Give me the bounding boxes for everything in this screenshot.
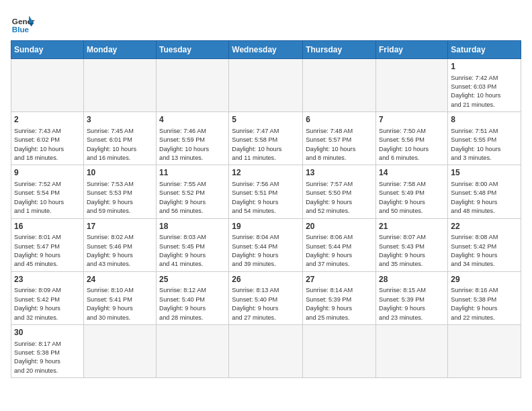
calendar-cell: 11Sunrise: 7:55 AM Sunset: 5:52 PM Dayli… [157,165,229,218]
day-info: Sunrise: 8:03 AM Sunset: 5:45 PM Dayligh… [159,233,226,269]
day-number: 29 [451,274,518,285]
day-number: 23 [14,274,81,285]
calendar-cell: 7Sunrise: 7:50 AM Sunset: 5:56 PM Daylig… [376,112,448,165]
calendar-row-6: 30Sunrise: 8:17 AM Sunset: 5:38 PM Dayli… [11,324,521,377]
calendar-row-2: 2Sunrise: 7:43 AM Sunset: 6:02 PM Daylig… [11,112,521,165]
day-info: Sunrise: 8:17 AM Sunset: 5:38 PM Dayligh… [14,340,81,375]
day-info: Sunrise: 7:46 AM Sunset: 5:59 PM Dayligh… [159,127,226,163]
day-number: 7 [379,114,445,126]
calendar-cell: 12Sunrise: 7:56 AM Sunset: 5:51 PM Dayli… [229,165,303,218]
calendar-cell: 22Sunrise: 8:08 AM Sunset: 5:42 PM Dayli… [448,218,521,271]
logo-icon: General Blue [11,11,35,35]
day-number: 24 [87,274,153,285]
day-number: 8 [451,114,518,126]
day-number: 15 [451,167,518,179]
page-header: General Blue [11,11,521,35]
day-number: 6 [306,114,373,126]
day-number: 17 [87,221,153,232]
calendar-cell [83,59,156,112]
calendar-cell: 18Sunrise: 8:03 AM Sunset: 5:45 PM Dayli… [157,218,229,271]
calendar-cell [376,59,448,112]
weekday-header-tuesday: Tuesday [157,41,229,59]
calendar-cell: 15Sunrise: 8:00 AM Sunset: 5:48 PM Dayli… [448,165,521,218]
calendar-cell: 30Sunrise: 8:17 AM Sunset: 5:38 PM Dayli… [11,324,84,377]
day-info: Sunrise: 7:47 AM Sunset: 5:58 PM Dayligh… [232,127,300,163]
calendar-cell: 20Sunrise: 8:06 AM Sunset: 5:44 PM Dayli… [303,218,376,271]
day-number: 13 [306,167,373,179]
day-info: Sunrise: 8:09 AM Sunset: 5:42 PM Dayligh… [14,286,81,322]
day-number: 9 [14,167,81,179]
calendar-cell: 24Sunrise: 8:10 AM Sunset: 5:41 PM Dayli… [83,271,156,324]
calendar-row-5: 23Sunrise: 8:09 AM Sunset: 5:42 PM Dayli… [11,271,521,324]
calendar-cell: 19Sunrise: 8:04 AM Sunset: 5:44 PM Dayli… [229,218,303,271]
day-number: 14 [379,167,445,179]
weekday-header-thursday: Thursday [303,41,376,59]
calendar-cell [157,59,229,112]
calendar-cell [83,324,156,377]
calendar-cell: 3Sunrise: 7:45 AM Sunset: 6:01 PM Daylig… [83,112,156,165]
day-number: 12 [232,167,300,179]
day-number: 10 [87,167,153,179]
calendar-cell: 10Sunrise: 7:53 AM Sunset: 5:53 PM Dayli… [83,165,156,218]
calendar-cell: 27Sunrise: 8:14 AM Sunset: 5:39 PM Dayli… [303,271,376,324]
day-info: Sunrise: 8:08 AM Sunset: 5:42 PM Dayligh… [451,233,518,269]
calendar-table: SundayMondayTuesdayWednesdayThursdayFrid… [11,40,521,378]
day-info: Sunrise: 8:13 AM Sunset: 5:40 PM Dayligh… [232,286,300,322]
calendar-cell [229,59,303,112]
day-info: Sunrise: 8:10 AM Sunset: 5:41 PM Dayligh… [87,286,153,322]
day-info: Sunrise: 8:16 AM Sunset: 5:38 PM Dayligh… [451,286,518,322]
weekday-header-monday: Monday [83,41,156,59]
day-info: Sunrise: 7:56 AM Sunset: 5:51 PM Dayligh… [232,180,300,216]
calendar-cell [157,324,229,377]
calendar-row-4: 16Sunrise: 8:01 AM Sunset: 5:47 PM Dayli… [11,218,521,271]
calendar-cell: 21Sunrise: 8:07 AM Sunset: 5:43 PM Dayli… [376,218,448,271]
day-info: Sunrise: 8:14 AM Sunset: 5:39 PM Dayligh… [306,286,373,322]
logo: General Blue [11,11,35,35]
calendar-cell: 1Sunrise: 7:42 AM Sunset: 6:03 PM Daylig… [448,59,521,112]
calendar-cell: 23Sunrise: 8:09 AM Sunset: 5:42 PM Dayli… [11,271,84,324]
calendar-row-3: 9Sunrise: 7:52 AM Sunset: 5:54 PM Daylig… [11,165,521,218]
calendar-cell: 26Sunrise: 8:13 AM Sunset: 5:40 PM Dayli… [229,271,303,324]
day-number: 2 [14,114,81,126]
day-info: Sunrise: 7:48 AM Sunset: 5:57 PM Dayligh… [306,127,373,163]
day-number: 30 [14,327,81,338]
calendar-cell: 13Sunrise: 7:57 AM Sunset: 5:50 PM Dayli… [303,165,376,218]
day-info: Sunrise: 7:42 AM Sunset: 6:03 PM Dayligh… [451,74,518,109]
day-info: Sunrise: 7:51 AM Sunset: 5:55 PM Dayligh… [451,127,518,163]
svg-text:Blue: Blue [12,25,30,34]
calendar-cell: 9Sunrise: 7:52 AM Sunset: 5:54 PM Daylig… [11,165,84,218]
day-info: Sunrise: 8:01 AM Sunset: 5:47 PM Dayligh… [14,233,81,269]
weekday-header-sunday: Sunday [11,41,84,59]
calendar-cell: 28Sunrise: 8:15 AM Sunset: 5:39 PM Dayli… [376,271,448,324]
calendar-cell [11,59,84,112]
day-number: 19 [232,221,300,232]
weekday-header-wednesday: Wednesday [229,41,303,59]
weekday-header-saturday: Saturday [448,41,521,59]
day-number: 4 [159,114,226,126]
weekday-header-row: SundayMondayTuesdayWednesdayThursdayFrid… [11,41,521,59]
day-number: 11 [159,167,226,179]
day-number: 28 [379,274,445,285]
day-info: Sunrise: 7:58 AM Sunset: 5:49 PM Dayligh… [379,180,445,216]
day-number: 22 [451,221,518,232]
day-info: Sunrise: 8:07 AM Sunset: 5:43 PM Dayligh… [379,233,445,269]
calendar-cell: 29Sunrise: 8:16 AM Sunset: 5:38 PM Dayli… [448,271,521,324]
calendar-cell [448,324,521,377]
day-info: Sunrise: 8:00 AM Sunset: 5:48 PM Dayligh… [451,180,518,216]
calendar-cell [229,324,303,377]
calendar-cell: 2Sunrise: 7:43 AM Sunset: 6:02 PM Daylig… [11,112,84,165]
day-info: Sunrise: 8:06 AM Sunset: 5:44 PM Dayligh… [306,233,373,269]
calendar-cell: 16Sunrise: 8:01 AM Sunset: 5:47 PM Dayli… [11,218,84,271]
day-number: 21 [379,221,445,232]
day-info: Sunrise: 7:53 AM Sunset: 5:53 PM Dayligh… [87,180,153,216]
day-number: 16 [14,221,81,232]
day-info: Sunrise: 8:02 AM Sunset: 5:46 PM Dayligh… [87,233,153,269]
calendar-cell: 14Sunrise: 7:58 AM Sunset: 5:49 PM Dayli… [376,165,448,218]
weekday-header-friday: Friday [376,41,448,59]
day-number: 18 [159,221,226,232]
day-info: Sunrise: 7:45 AM Sunset: 6:01 PM Dayligh… [87,127,153,163]
calendar-cell: 4Sunrise: 7:46 AM Sunset: 5:59 PM Daylig… [157,112,229,165]
day-info: Sunrise: 8:15 AM Sunset: 5:39 PM Dayligh… [379,286,445,322]
day-number: 25 [159,274,226,285]
calendar-cell: 25Sunrise: 8:12 AM Sunset: 5:40 PM Dayli… [157,271,229,324]
